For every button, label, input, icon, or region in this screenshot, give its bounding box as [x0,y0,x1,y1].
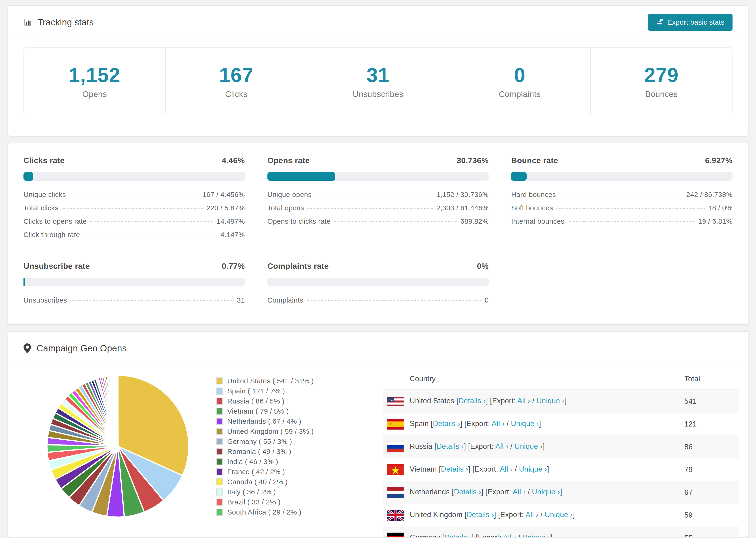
progress-bar [267,172,489,181]
details-link[interactable]: Details › [433,419,460,428]
rate-detail-row: Unique opens 1,152 / 30.736% [267,190,489,204]
flag-de-icon [387,533,404,538]
stat-label: Unsubscribes [307,89,449,99]
legend-label: France ( 42 / 2% ) [227,468,285,476]
country-name: United States [410,397,454,405]
legend-item: Canada ( 40 / 2% ) [216,477,314,487]
details-link[interactable]: Details › [467,511,494,519]
rate-detail-row: Total clicks 220 / 5.87% [24,204,245,217]
country-total: 121 [684,413,739,435]
stat-label: Opens [24,89,165,99]
rate-block-bounce-rate: Bounce rate 6.927% Hard bounces 242 / 86… [511,156,732,244]
progress-bar [267,278,489,286]
export-all-link[interactable]: All › [500,465,513,473]
country-name: Vietnam [410,465,437,473]
progress-bar-fill [511,172,526,181]
flag-ru-icon [387,442,404,452]
export-basic-stats-button[interactable]: Export basic stats [648,14,732,31]
details-link[interactable]: Details › [436,442,464,451]
progress-bar [511,172,732,181]
rate-detail-value: 0 [485,296,489,304]
legend-item: Romania ( 49 / 3% ) [216,447,314,457]
legend-swatch [216,478,223,485]
rate-value: 4.46% [222,156,245,165]
rate-detail-value: 18 / 0% [708,204,732,212]
export-unique-link[interactable]: Unique › [536,397,565,405]
legend-item: Brazil ( 33 / 2% ) [216,497,314,507]
legend-swatch [216,408,223,415]
tracking-stats-title: Tracking stats [24,17,94,27]
pie-slice[interactable] [118,375,118,446]
rate-detail-row: Click through rate 4.147% [24,231,245,244]
flag-gb-icon [387,510,404,521]
legend-swatch [216,458,223,465]
progress-bar-fill [24,278,25,286]
export-all-link[interactable]: All › [517,397,530,405]
tracking-stats-card: Tracking stats Export basic stats 1,152 … [8,5,748,136]
geo-opens-content: United States ( 541 / 31% ) Spain ( 121 … [8,365,748,537]
stat-box-bounces: 279 Bounces [591,48,732,114]
export-all-link[interactable]: All › [503,533,516,537]
rate-title: Opens rate [267,156,310,165]
stat-box-complaints: 0 Complaints [449,48,591,114]
dotted-leader [83,235,217,236]
export-unique-link[interactable]: Unique › [522,533,551,537]
dotted-leader [568,221,695,222]
details-link[interactable]: Details › [454,488,481,496]
stat-label: Complaints [449,89,590,99]
country-name: Germany [410,533,440,537]
geo-opens-title: Campaign Geo Opens [24,344,127,353]
pie-legend: United States ( 541 / 31% ) Spain ( 121 … [216,376,314,517]
geo-table-row-us: United States [Details ›] [Export: All ›… [383,390,739,413]
export-unique-link[interactable]: Unique › [519,465,547,473]
country-name: Spain [410,419,429,428]
export-all-link[interactable]: All › [513,488,526,496]
section-title: Campaign Geo Opens [37,344,127,353]
rate-detail-value: 2,303 / 61.446% [436,204,489,212]
progress-bar-fill [267,172,336,181]
export-unique-link[interactable]: Unique › [545,511,573,519]
rate-detail-label: Total clicks [24,204,58,212]
tracking-stats-header: Tracking stats Export basic stats [8,6,748,39]
export-all-link[interactable]: All › [492,419,505,428]
dotted-leader [62,208,203,209]
export-all-link[interactable]: All › [495,442,508,451]
dotted-leader [334,221,457,222]
legend-label: South Africa ( 29 / 2% ) [227,508,301,516]
rate-detail-label: Hard bounces [511,190,556,198]
export-unique-link[interactable]: Unique › [532,488,560,496]
flag-nl-icon [387,487,404,498]
progress-bar [24,172,245,181]
legend-swatch [216,428,223,435]
details-link[interactable]: Details › [441,465,468,473]
country-total: 541 [684,390,739,413]
geo-opens-table: Country Total United States [Details ›] … [383,368,739,537]
dotted-leader [307,300,482,301]
country-total: 55 [684,526,739,537]
rate-detail-value: 4.147% [220,231,245,239]
dotted-leader [69,194,199,195]
rate-detail-row: Soft bounces 18 / 0% [511,204,732,217]
geo-table-row-ru: Russia [Details ›] [Export: All › / Uniq… [383,435,739,458]
legend-item: France ( 42 / 2% ) [216,467,314,477]
rate-value: 30.736% [457,156,489,165]
export-unique-link[interactable]: Unique › [514,442,543,451]
rate-detail-row: Hard bounces 242 / 86.738% [511,190,732,204]
column-header-total: Total [684,368,739,390]
rate-block-complaints-rate: Complaints rate 0% Complaints 0 [267,261,489,310]
legend-label: United States ( 541 / 31% ) [227,377,314,385]
details-link[interactable]: Details › [444,533,471,537]
rate-detail-value: 19 / 6.81% [698,217,732,225]
geo-opens-header: Campaign Geo Opens [8,332,748,365]
details-link[interactable]: Details › [459,397,486,405]
rate-title: Bounce rate [511,156,558,165]
export-all-link[interactable]: All › [525,511,538,519]
geo-opens-pie-chart [45,374,190,519]
export-unique-link[interactable]: Unique › [511,419,539,428]
legend-label: United Kingdom ( 59 / 3% ) [227,427,314,435]
flag-vn-icon [387,464,404,475]
progress-bar [24,278,245,286]
dotted-leader [307,208,433,209]
legend-item: Germany ( 55 / 3% ) [216,436,314,447]
page-title: Tracking stats [37,17,94,27]
